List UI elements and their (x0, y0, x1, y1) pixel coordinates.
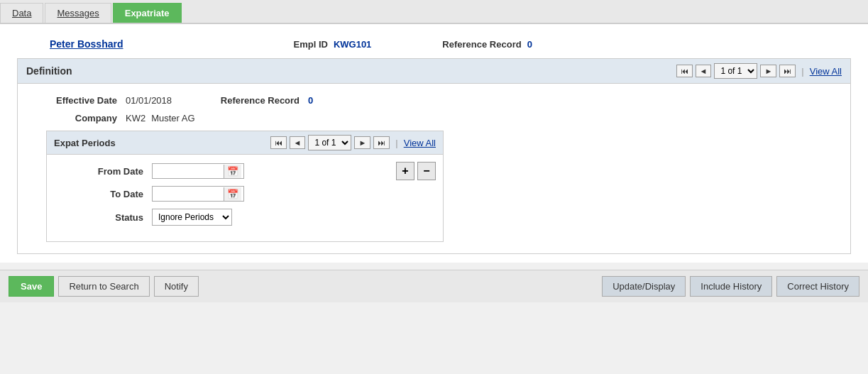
status-label: Status (58, 212, 143, 223)
remove-row-btn[interactable]: − (417, 162, 436, 180)
to-date-label: To Date (58, 189, 143, 199)
view-all-link[interactable]: View All (810, 66, 842, 77)
main-content: Peter Bosshard Empl ID KWG101 Reference … (0, 24, 868, 263)
from-date-input[interactable] (153, 164, 224, 178)
footer-left: Save Return to Search Notify (9, 276, 199, 297)
add-row-btn[interactable]: + (396, 162, 414, 180)
expat-periods-title: Expat Periods (54, 138, 116, 148)
include-history-button[interactable]: Include History (690, 276, 772, 297)
definition-header: Definition ⏮ ◄ 1 of 1 ► ⏭ | View All (18, 59, 850, 84)
effective-date-label: Effective Date (32, 95, 117, 106)
expat-pipe: | (395, 138, 397, 148)
expat-periods-body: + − From Date 📅 To Date (47, 155, 443, 241)
definition-panel: Definition ⏮ ◄ 1 of 1 ► ⏭ | View All Eff… (17, 58, 851, 254)
return-to-search-button[interactable]: Return to Search (58, 276, 149, 297)
notify-button[interactable]: Notify (154, 276, 199, 297)
expat-last-page-btn[interactable]: ⏭ (373, 136, 390, 149)
to-date-input-wrapper: 📅 (152, 186, 244, 202)
to-date-row: To Date 📅 (58, 186, 432, 202)
company-code: KW2 (126, 113, 145, 123)
ref-record-value: 0 (527, 39, 532, 50)
expat-prev-page-btn[interactable]: ◄ (290, 136, 306, 149)
effective-date-value: 01/01/2018 (126, 95, 172, 106)
expat-view-all[interactable]: View All (404, 138, 436, 148)
tab-messages[interactable]: Messages (45, 3, 111, 23)
company-name: Muster AG (151, 113, 194, 123)
footer-bar: Save Return to Search Notify Update/Disp… (0, 270, 868, 302)
company-row: Company KW2 Muster AG (32, 113, 836, 123)
status-row: Status Ignore Periods Include Periods Ac… (58, 209, 432, 226)
add-remove-buttons: + − (396, 162, 436, 180)
expat-periods-panel: Expat Periods ⏮ ◄ 1 of 1 ► ⏭ | View All (46, 131, 444, 242)
employee-header: Peter Bosshard Empl ID KWG101 Reference … (14, 33, 854, 58)
footer-right: Update/Display Include History Correct H… (602, 276, 859, 297)
empl-id-section: Empl ID KWG101 (293, 39, 371, 50)
company-label: Company (32, 113, 117, 123)
update-display-button[interactable]: Update/Display (602, 276, 686, 297)
to-date-input[interactable] (153, 187, 224, 201)
from-date-input-wrapper: 📅 (152, 163, 244, 179)
tab-bar: Data Messages Expatriate (0, 0, 868, 24)
empl-id-value: KWG101 (334, 39, 371, 50)
prev-page-btn[interactable]: ◄ (696, 65, 712, 77)
page-select[interactable]: 1 of 1 (714, 63, 757, 79)
from-date-row: From Date 📅 (58, 163, 432, 179)
expat-next-page-btn[interactable]: ► (354, 136, 370, 149)
expat-page-select[interactable]: 1 of 1 (308, 135, 351, 150)
pipe-separator: | (801, 66, 803, 77)
save-button[interactable]: Save (9, 276, 54, 297)
from-date-label: From Date (58, 166, 143, 177)
definition-body: Effective Date 01/01/2018 Reference Reco… (18, 84, 850, 253)
tab-expatriate[interactable]: Expatriate (113, 3, 182, 23)
expat-periods-pagination: ⏮ ◄ 1 of 1 ► ⏭ | View All (270, 135, 436, 150)
correct-history-button[interactable]: Correct History (776, 276, 859, 297)
to-date-calendar-icon[interactable]: 📅 (224, 187, 241, 201)
employee-name[interactable]: Peter Bosshard (50, 38, 123, 50)
next-page-btn[interactable]: ► (760, 65, 776, 77)
definition-pagination: ⏮ ◄ 1 of 1 ► ⏭ | View All (676, 63, 842, 79)
empl-id-label: Empl ID (293, 39, 327, 50)
ref-record-label: Reference Record (442, 39, 521, 50)
from-date-calendar-icon[interactable]: 📅 (224, 165, 241, 178)
status-select[interactable]: Ignore Periods Include Periods Active (152, 209, 232, 226)
last-page-btn[interactable]: ⏭ (779, 65, 796, 77)
expat-periods-header: Expat Periods ⏮ ◄ 1 of 1 ► ⏭ | View All (47, 131, 443, 155)
first-page-btn[interactable]: ⏮ (676, 65, 693, 77)
def-ref-record-value: 0 (308, 95, 313, 106)
definition-title: Definition (26, 65, 72, 77)
effective-date-row: Effective Date 01/01/2018 Reference Reco… (32, 95, 836, 106)
ref-record-section: Reference Record 0 (442, 39, 532, 50)
def-ref-record-label: Reference Record (214, 95, 300, 106)
expat-first-page-btn[interactable]: ⏮ (270, 136, 287, 149)
tab-data[interactable]: Data (0, 3, 43, 23)
